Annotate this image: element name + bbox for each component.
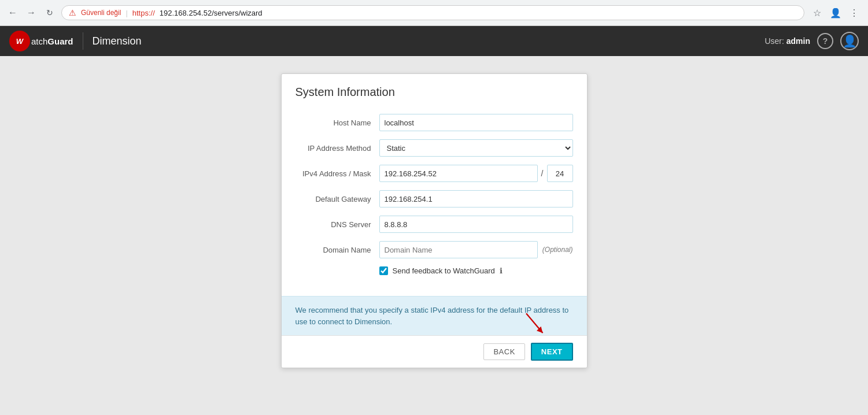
- avatar-icon: 👤: [843, 34, 857, 48]
- app-header: W atchGuard Dimension User: admin ? 👤: [0, 26, 868, 56]
- dns-input[interactable]: [379, 216, 573, 233]
- info-box: We recommend that you specify a static I…: [282, 296, 587, 335]
- user-name: admin: [786, 36, 810, 46]
- domain-label: Domain Name: [296, 246, 379, 254]
- main-content: System Information Host Name IP Address …: [0, 56, 868, 415]
- ipv4-input-group: /: [379, 165, 573, 182]
- browser-actions: ☆ 👤 ⋮: [809, 5, 862, 21]
- avatar-button[interactable]: 👤: [840, 32, 859, 50]
- back-button[interactable]: ←: [6, 6, 20, 20]
- host-name-input[interactable]: [379, 114, 573, 131]
- feedback-checkbox[interactable]: [379, 266, 388, 275]
- dns-label: DNS Server: [296, 220, 379, 229]
- profile-icon[interactable]: 👤: [828, 5, 844, 21]
- warning-icon: ⚠: [69, 8, 76, 17]
- ip-method-label: IP Address Method: [296, 144, 379, 153]
- dialog-title: System Information: [296, 86, 573, 99]
- back-button[interactable]: BACK: [483, 343, 525, 360]
- menu-icon[interactable]: ⋮: [846, 5, 862, 21]
- forward-button[interactable]: →: [24, 6, 38, 20]
- gateway-label: Default Gateway: [296, 195, 379, 203]
- ipv4-address-input[interactable]: [379, 165, 538, 182]
- host-name-row: Host Name: [296, 114, 573, 131]
- gateway-row: Default Gateway: [296, 190, 573, 208]
- dialog-header: System Information: [282, 74, 587, 108]
- slash-separator: /: [541, 169, 544, 178]
- feedback-info-icon[interactable]: ℹ: [500, 266, 503, 275]
- ipv4-label: IPv4 Address / Mask: [296, 169, 379, 178]
- logo-circle: W: [9, 31, 30, 51]
- address-bar[interactable]: ⚠ Güvenli değil | https://192.168.254.52…: [61, 5, 804, 20]
- header-right: User: admin ? 👤: [764, 32, 859, 50]
- url-separator: |: [125, 9, 127, 17]
- domain-name-input[interactable]: [379, 241, 538, 258]
- feedback-checkbox-row: Send feedback to WatchGuard ℹ: [379, 266, 573, 275]
- help-button[interactable]: ?: [817, 33, 833, 49]
- feedback-label: Send feedback to WatchGuard: [393, 266, 495, 275]
- url-path: 192.168.254.52/servers/wizard: [160, 9, 797, 17]
- mask-input[interactable]: [547, 165, 573, 182]
- next-button[interactable]: NEXT: [531, 343, 573, 361]
- browser-chrome: ← → ↻ ⚠ Güvenli değil | https://192.168.…: [0, 0, 868, 26]
- header-divider: [83, 32, 83, 50]
- domain-row: Domain Name (Optional): [296, 241, 573, 258]
- dns-row: DNS Server: [296, 216, 573, 233]
- ip-method-row: IP Address Method Static DHCP: [296, 139, 573, 157]
- ipv4-row: IPv4 Address / Mask /: [296, 165, 573, 182]
- watchguard-logo: W atchGuard: [9, 31, 73, 51]
- bookmark-icon[interactable]: ☆: [809, 5, 825, 21]
- security-warning-text: Güvenli değil: [81, 9, 121, 17]
- https-text: https://: [132, 9, 155, 17]
- dialog-body: Host Name IP Address Method Static DHCP …: [282, 108, 587, 296]
- logo-name: atchGuard: [31, 36, 73, 46]
- gateway-input[interactable]: [379, 190, 573, 208]
- ip-method-select[interactable]: Static DHCP: [379, 139, 573, 157]
- info-text: We recommend that you specify a static I…: [296, 306, 569, 326]
- system-information-dialog: System Information Host Name IP Address …: [281, 73, 588, 368]
- dialog-footer: BACK NEXT: [282, 335, 587, 368]
- host-name-label: Host Name: [296, 118, 379, 127]
- app-title: Dimension: [93, 35, 142, 47]
- browser-toolbar: ← → ↻ ⚠ Güvenli değil | https://192.168.…: [0, 0, 868, 25]
- reload-button[interactable]: ↻: [43, 6, 57, 20]
- optional-label: (Optional): [542, 246, 573, 254]
- user-label: User: admin: [764, 36, 810, 46]
